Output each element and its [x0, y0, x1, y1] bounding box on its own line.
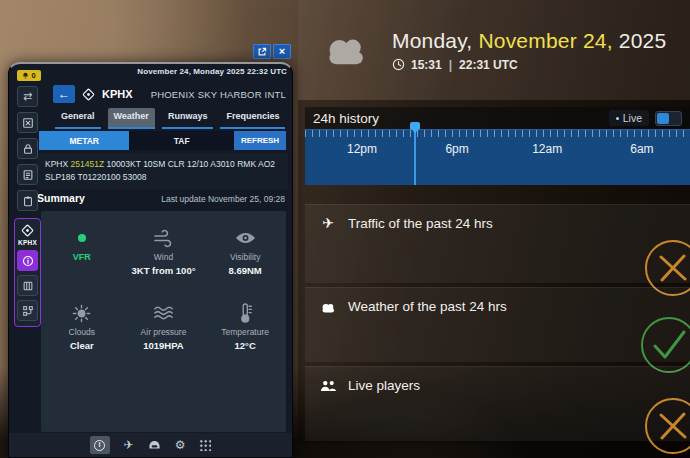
cloud-icon: [322, 33, 372, 67]
runway-icon[interactable]: [17, 275, 38, 296]
airport-title-row: ← KPHX PHOENIX SKY HARBOR INTL: [53, 81, 286, 107]
airport-info-icon[interactable]: [17, 250, 38, 271]
window-controls: ×: [253, 44, 291, 59]
metar-report: KPHX 251451Z 10003KT 10SM CLR 12/10 A301…: [37, 153, 288, 189]
summary-flight-rules: VFR: [41, 225, 123, 276]
popout-icon[interactable]: [253, 44, 271, 59]
utc-time: 22:31 UTC: [459, 58, 518, 72]
metar-button[interactable]: METAR: [39, 131, 129, 150]
back-button[interactable]: ←: [53, 85, 75, 103]
apps-grid-icon[interactable]: [199, 439, 211, 451]
summary-wind: Wind 3KT from 100°: [123, 225, 205, 276]
live-dot-icon: [616, 117, 619, 120]
screen: Monday, November 24, 2025 15:31 | 22:31 …: [0, 0, 690, 458]
summary-clouds: Clouds Clear: [41, 300, 123, 351]
document-icon[interactable]: [17, 164, 38, 185]
live-toggle[interactable]: [655, 111, 682, 126]
history-timeline[interactable]: 12pm 6pm 12am 6am: [305, 129, 690, 185]
timeline-tick-label: 12am: [532, 142, 562, 156]
refresh-button[interactable]: REFRESH: [234, 131, 286, 150]
clock-icon: [392, 58, 405, 71]
section-label: Traffic of the past 24 hrs: [348, 216, 493, 231]
status-x-icon: [642, 395, 690, 457]
people-icon: [319, 377, 337, 393]
timeline-marker-line: [414, 130, 416, 185]
alert-count-badge[interactable]: 0: [17, 70, 41, 81]
timeline-ticks: [305, 130, 690, 137]
tab-weather[interactable]: Weather: [108, 108, 155, 129]
sidebar-dock: 0 ⇄: [12, 70, 41, 327]
info-tab-icon[interactable]: i: [90, 436, 110, 454]
airport-name: PHOENIX SKY HARBOR INTL: [151, 89, 286, 100]
plane-icon[interactable]: ✈: [124, 439, 134, 451]
tab-frequencies[interactable]: Frequencies: [220, 108, 285, 129]
local-time: 15:31: [411, 58, 442, 72]
metar-time: 251451Z: [71, 159, 105, 169]
alert-bell-icon: [22, 72, 29, 79]
airport-diamond-icon: [20, 223, 35, 238]
status-datetime: November 24, Monday 2025 22:32 UTC: [39, 67, 287, 81]
section-label: Live players: [348, 378, 420, 393]
airport-code: KPHX: [102, 88, 133, 100]
tablet-bottom-bar: i ✈ ⚙: [9, 433, 292, 457]
cloud-icon: [319, 298, 337, 314]
tab-general[interactable]: General: [55, 108, 101, 129]
time-weather-panel: Monday, November 24, 2025 15:31 | 22:31 …: [298, 0, 690, 443]
thermometer-icon: [204, 300, 286, 326]
timeline-marker-pin[interactable]: [410, 122, 420, 130]
taf-button[interactable]: TAF: [130, 131, 233, 150]
date-highlight: November 24,: [478, 29, 612, 52]
arrows-swap-icon[interactable]: ⇄: [17, 86, 38, 107]
time-text: 15:31 | 22:31 UTC: [392, 58, 666, 72]
pressure-waves-icon: [123, 300, 205, 326]
flight-rules-value: VFR: [41, 252, 123, 262]
eye-icon: [204, 225, 286, 251]
lock-icon[interactable]: [17, 138, 38, 159]
plane-icon: ✈: [319, 215, 337, 231]
airport-info-panel: November 24, Monday 2025 22:32 UTC ← KPH…: [8, 62, 293, 458]
clipboard-icon[interactable]: [17, 190, 38, 211]
timeline-tick-label: 6pm: [445, 142, 468, 156]
summary-temperature: Temperature 12°C: [204, 300, 286, 351]
cargo-box-icon[interactable]: [17, 112, 38, 133]
procedures-icon[interactable]: [17, 300, 38, 321]
last-update: Last update November 25, 09:28: [161, 194, 285, 204]
summary-title: Summary: [37, 192, 85, 204]
timeline-tick-label: 6am: [630, 142, 653, 156]
vfr-dot-icon: [78, 234, 86, 242]
timeline-tick-label: 12pm: [347, 142, 377, 156]
airport-tabs: General Weather Runways Frequencies: [55, 108, 286, 129]
wind-icon: [123, 225, 205, 251]
settings-gear-icon[interactable]: ⚙: [175, 439, 186, 451]
sun-icon: [41, 300, 123, 326]
airport-diamond-icon: [81, 87, 96, 102]
date-text: Monday, November 24, 2025: [392, 29, 666, 53]
section-live-players[interactable]: Live players: [305, 366, 690, 441]
summary-pressure: Air pressure 1019HPA: [123, 300, 205, 351]
section-label: Weather of the past 24 hrs: [348, 299, 507, 314]
section-traffic[interactable]: ✈ Traffic of the past 24 hrs: [305, 204, 690, 283]
section-weather[interactable]: Weather of the past 24 hrs: [305, 287, 690, 362]
close-icon[interactable]: ×: [273, 44, 291, 59]
history-panel: 24h history Live 12pm 6pm 12am 6am ✈ Tra…: [298, 100, 690, 443]
tab-runways[interactable]: Runways: [162, 108, 214, 129]
kphx-widget-group: KPHX: [14, 218, 41, 327]
live-toggle-knob[interactable]: [657, 113, 669, 124]
date-header: Monday, November 24, 2025 15:31 | 22:31 …: [298, 0, 690, 100]
live-chip: Live: [609, 110, 649, 126]
weather-summary-card: VFR Wind 3KT from 100°: [41, 211, 286, 432]
history-title: 24h history: [313, 111, 379, 126]
pilot-helmet-icon[interactable]: [148, 439, 161, 451]
sidebar-airport-label: KPHX: [18, 239, 37, 246]
history-header: 24h history Live: [305, 107, 690, 129]
metar-taf-switch: METAR TAF REFRESH: [39, 131, 286, 150]
summary-visibility: Visibility 8.69NM: [204, 225, 286, 276]
